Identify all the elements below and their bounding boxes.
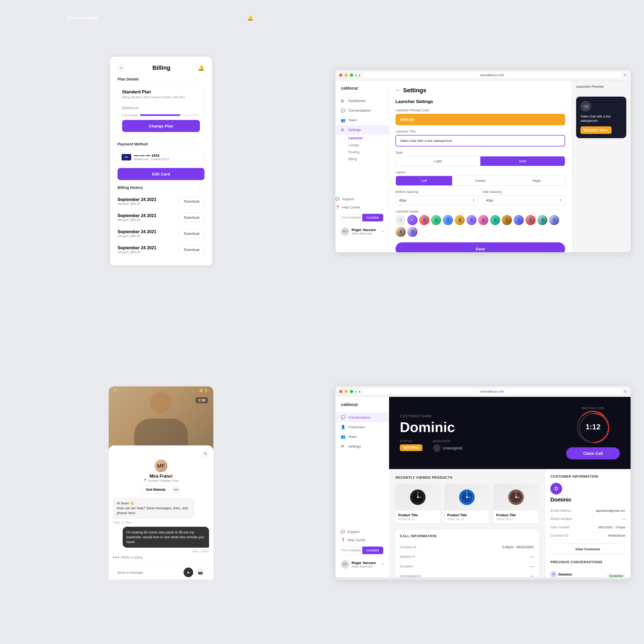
claim-call-button[interactable]: Claim Call [566, 447, 620, 459]
q4-nav-conversations[interactable]: 💬 Conversations [335, 412, 389, 422]
more-options-button[interactable]: ••• [172, 485, 180, 494]
refresh-icon[interactable]: ↻ [624, 73, 627, 77]
q4-nav-customers[interactable]: 👤 Customers [335, 422, 389, 432]
avatar-4[interactable]: 👤 [443, 215, 453, 225]
back-button[interactable]: ← [118, 64, 125, 72]
avatar-13[interactable]: 👤 [549, 215, 559, 225]
nav-back[interactable]: ‹ [355, 73, 357, 78]
history-amount-1: Amount: $50.00 [118, 202, 156, 206]
launcher-text-input[interactable] [396, 135, 565, 147]
edit-card-button[interactable]: Edit Card [118, 168, 204, 180]
availability-toggle[interactable]: Not Available Available [341, 214, 383, 222]
close-button[interactable]: ✕ [202, 450, 209, 457]
nav-forward[interactable]: › [359, 73, 360, 78]
avatar-7[interactable]: 👤 [478, 215, 488, 225]
send-button[interactable]: ➤ [184, 568, 193, 577]
view-customer-button[interactable]: View Customer [550, 544, 625, 555]
q4-chevron-icon[interactable]: ▾ [382, 562, 383, 566]
avatar-6[interactable]: 👤 [466, 215, 477, 225]
history-row-2: September 24 2021 Amount: $50.00 Downloa… [118, 210, 204, 226]
date-created-label: Date Created [550, 525, 569, 529]
q4-nav-help[interactable]: ❓ Help Center [335, 536, 389, 544]
avatar-14[interactable]: 👤 [396, 227, 406, 237]
history-info-3: September 24 2021 Amount: $50.00 [118, 229, 156, 238]
card-left: MC •••• •••• •••• 1634 Mastercard - Expi… [122, 153, 169, 161]
download-button-4[interactable]: Download [179, 245, 204, 254]
color-input[interactable]: #D96143 [396, 114, 565, 125]
nav-support[interactable]: 💬 Support [335, 195, 389, 203]
nav-sub-routing[interactable]: Routing [335, 149, 389, 156]
avatar-none[interactable]: ⊘ [396, 215, 406, 225]
nav-sub-lounge[interactable]: Lounge [335, 142, 389, 149]
q4-close-dot[interactable] [339, 390, 342, 393]
q4-settings-label: Settings [348, 444, 361, 448]
avatar-12[interactable]: 👤 [537, 215, 547, 225]
nav-sub-billing[interactable]: Billing [335, 156, 389, 163]
product-1: Product Title 5hf4ck 5hk url [396, 484, 440, 523]
avatar-2[interactable]: 👤 [419, 215, 429, 225]
q4-nav-forward[interactable]: › [359, 389, 360, 394]
q4-refresh-icon[interactable]: ↻ [624, 389, 627, 394]
cust-phone-row: Phone Number — [550, 515, 625, 523]
side-spacing-input[interactable] [482, 195, 565, 205]
available-btn[interactable]: Available [362, 214, 383, 221]
nav-settings[interactable]: ⚙ Settings [335, 125, 389, 135]
avatar-9[interactable]: 👤 [502, 215, 512, 225]
avatar-8[interactable]: 👤 [490, 215, 500, 225]
plan-details-label: Plan Details [118, 77, 204, 81]
nav-help[interactable]: ❓ Help Center [335, 203, 389, 211]
download-button-3[interactable]: Download [179, 229, 204, 238]
nav-conversations[interactable]: 💬 Conversations [335, 106, 389, 115]
camera-button[interactable]: 📷 [195, 568, 205, 577]
download-button-2[interactable]: Download [179, 213, 204, 222]
history-date-4: September 24 2021 [118, 246, 156, 250]
layout-left-btn[interactable]: Left [396, 176, 452, 185]
q4-url-bar[interactable]: usecablecar.com [363, 389, 621, 394]
created-at-label: Created At [400, 545, 416, 549]
avatar-1[interactable]: ✓ [407, 215, 418, 225]
avatar-3[interactable]: 👤 [431, 215, 441, 225]
layout-center-btn[interactable]: Center [452, 176, 508, 185]
bell-icon[interactable]: 🔔 [198, 65, 204, 71]
unassigned-icon: ○ [433, 444, 441, 452]
nav-team-label: Team [348, 118, 357, 122]
q4-available-btn[interactable]: Available [362, 547, 383, 554]
nav-team[interactable]: 👥 Team [335, 115, 389, 125]
style-dark-btn[interactable]: Dark [480, 156, 565, 166]
bottom-spacing-input[interactable] [396, 195, 478, 205]
q4-nav-team[interactable]: 👥 Team [335, 432, 389, 441]
q4-minimize-dot[interactable] [345, 390, 348, 393]
nav-dashboard[interactable]: ⊞ Dashboard [335, 96, 389, 106]
visit-website-button[interactable]: Visit Website [142, 486, 170, 494]
minimize-dot[interactable] [345, 74, 348, 77]
download-button-1[interactable]: Download [179, 197, 204, 206]
q4-maximize-dot[interactable] [350, 390, 353, 393]
message-input[interactable] [117, 570, 181, 575]
layout-right-btn[interactable]: Right [508, 176, 565, 185]
settings-back-arrow[interactable]: ← [396, 87, 400, 93]
close-dot[interactable] [339, 74, 342, 77]
save-button[interactable]: Save [396, 242, 565, 252]
change-plan-button[interactable]: Change Plan [122, 120, 200, 132]
maximize-dot[interactable] [350, 74, 353, 77]
url-bar[interactable]: usecablecar.com [363, 72, 621, 78]
q4-not-available-btn[interactable]: Not Available [341, 547, 362, 554]
q4-nav-back[interactable]: ‹ [355, 389, 357, 394]
not-available-btn[interactable]: Not Available [341, 214, 362, 221]
avatar-5[interactable]: 👤 [455, 215, 465, 225]
q4-availability-toggle[interactable]: Not Available Available [341, 546, 383, 554]
chat-actions: Visit Website ••• [113, 485, 209, 494]
request-call-button[interactable]: REQUEST CALL [580, 126, 612, 134]
avatar-10[interactable]: 👤 [514, 215, 524, 225]
avatar-11[interactable]: 👤 [525, 215, 536, 225]
q4-nav-support[interactable]: 💬 Support [335, 528, 389, 536]
style-light-btn[interactable]: Light [396, 156, 480, 166]
chevron-down-icon[interactable]: ▾ [382, 230, 383, 233]
progress-bar [140, 114, 200, 116]
launcher-preview-panel: Launcher Preview 📹 Video chat with a liv… [572, 81, 631, 252]
avatar-15[interactable]: 👤 [407, 227, 418, 237]
prev-conv-1: D Dominic 2:43pm - Jan 23 2021 Completed [550, 568, 625, 577]
q4-nav-settings[interactable]: ⚙ Settings [335, 441, 389, 451]
avatar-label: Launcher Avatar [396, 210, 565, 213]
nav-sub-launcher[interactable]: Launcher [335, 135, 389, 142]
